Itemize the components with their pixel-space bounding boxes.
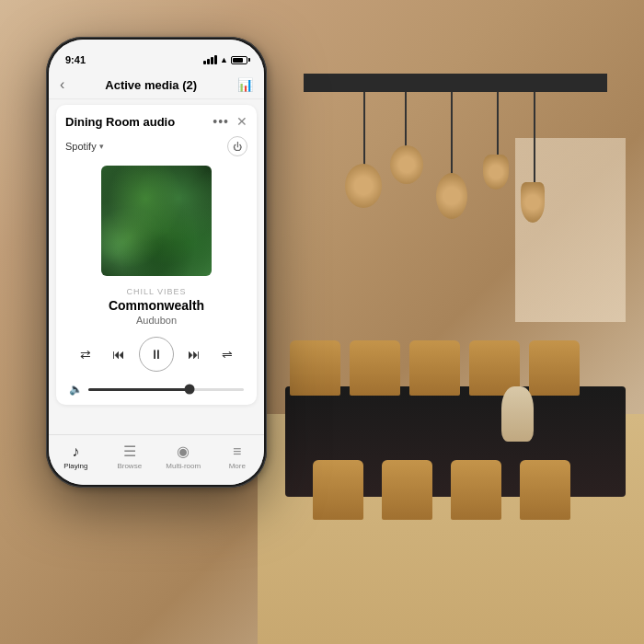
next-button[interactable]: ⏭ bbox=[181, 341, 207, 367]
power-button[interactable]: ⏻ bbox=[227, 136, 247, 156]
pendant-cord-1 bbox=[363, 92, 365, 166]
media-card: Dining Room audio ••• ✕ Spotify ▾ ⏻ bbox=[56, 105, 257, 405]
browse-icon: ☰ bbox=[123, 443, 136, 460]
previous-button[interactable]: ⏮ bbox=[106, 341, 132, 367]
pendant-1 bbox=[345, 164, 382, 208]
pendant-cord-4 bbox=[497, 92, 499, 156]
source-name: Spotify bbox=[65, 141, 97, 152]
nav-browse[interactable]: ☰ Browse bbox=[109, 443, 150, 470]
pendant-2 bbox=[390, 145, 423, 184]
album-art-container bbox=[65, 166, 247, 276]
pendant-5 bbox=[521, 182, 545, 223]
chair-3 bbox=[409, 340, 460, 396]
phone-body: 9:41 ▲ ‹ Active media (2) bbox=[46, 37, 267, 488]
chair-back-2 bbox=[382, 460, 432, 520]
pause-button[interactable]: ⏸ bbox=[139, 337, 174, 372]
bottom-navigation: ♪ Playing ☰ Browse ◉ Multi-room ≡ More bbox=[49, 434, 264, 485]
playing-label: Playing bbox=[63, 462, 87, 470]
status-time: 9:41 bbox=[65, 54, 86, 65]
source-row: Spotify ▾ ⏻ bbox=[65, 136, 247, 156]
chevron-down-icon: ▾ bbox=[99, 142, 104, 151]
album-art-overlay bbox=[101, 166, 212, 276]
wifi-icon: ▲ bbox=[220, 55, 228, 64]
close-button[interactable]: ✕ bbox=[236, 114, 247, 129]
phone-screen: 9:41 ▲ ‹ Active media (2) bbox=[49, 40, 264, 485]
track-title: Commonwealth bbox=[65, 298, 247, 313]
chair-back-3 bbox=[451, 460, 501, 520]
nav-multiroom[interactable]: ◉ Multi-room bbox=[163, 443, 203, 470]
status-icons: ▲ bbox=[203, 55, 247, 64]
playing-icon: ♪ bbox=[72, 443, 79, 460]
track-label: CHILL VIBES bbox=[65, 287, 247, 296]
more-nav-label: More bbox=[229, 462, 246, 470]
volume-slider[interactable] bbox=[88, 388, 244, 391]
browse-label: Browse bbox=[117, 462, 142, 470]
pendant-cord-3 bbox=[451, 92, 453, 175]
chair-2 bbox=[350, 340, 400, 396]
source-selector[interactable]: Spotify ▾ bbox=[65, 141, 104, 152]
multiroom-icon: ◉ bbox=[177, 443, 190, 460]
shuffle-button[interactable]: ⇄ bbox=[73, 341, 98, 367]
header-title: Active media (2) bbox=[105, 78, 197, 92]
app-header: ‹ Active media (2) 📊 bbox=[49, 73, 264, 99]
repeat-button[interactable]: ⇌ bbox=[214, 341, 240, 367]
volume-fill bbox=[88, 388, 190, 391]
phone-device: 9:41 ▲ ‹ Active media (2) bbox=[46, 37, 267, 488]
room-ceiling bbox=[304, 74, 607, 92]
decorative-vase bbox=[501, 386, 534, 442]
pendant-cord-2 bbox=[405, 92, 407, 147]
track-artist: Audubon bbox=[65, 315, 247, 326]
volume-off-icon: 🔈 bbox=[69, 383, 83, 396]
signal-icon bbox=[203, 55, 217, 64]
card-title: Dining Room audio bbox=[65, 115, 175, 129]
chart-icon[interactable]: 📊 bbox=[237, 77, 253, 92]
multiroom-label: Multi-room bbox=[166, 462, 201, 470]
volume-control: 🔈 bbox=[65, 383, 247, 396]
more-button[interactable]: ••• bbox=[213, 114, 229, 129]
chair-back-1 bbox=[313, 460, 363, 520]
back-button[interactable]: ‹ bbox=[60, 76, 64, 93]
card-header: Dining Room audio ••• ✕ bbox=[65, 114, 247, 129]
pendant-3 bbox=[436, 173, 467, 219]
more-nav-icon: ≡ bbox=[233, 443, 241, 460]
card-actions: ••• ✕ bbox=[213, 114, 247, 129]
chair-5 bbox=[529, 340, 580, 396]
playback-controls: ⇄ ⏮ ⏸ ⏭ ⇌ bbox=[65, 337, 247, 372]
chair-1 bbox=[290, 340, 340, 396]
nav-playing[interactable]: ♪ Playing bbox=[55, 443, 96, 470]
pendant-4 bbox=[483, 155, 509, 190]
status-bar: 9:41 ▲ bbox=[49, 40, 264, 73]
album-art bbox=[101, 166, 212, 276]
volume-thumb bbox=[184, 385, 194, 395]
nav-more[interactable]: ≡ More bbox=[217, 443, 258, 470]
track-info: CHILL VIBES Commonwealth Audubon bbox=[65, 287, 247, 326]
chair-back-4 bbox=[520, 460, 570, 520]
battery-icon bbox=[231, 56, 247, 64]
pendant-cord-5 bbox=[534, 92, 535, 184]
room-window bbox=[515, 138, 626, 322]
